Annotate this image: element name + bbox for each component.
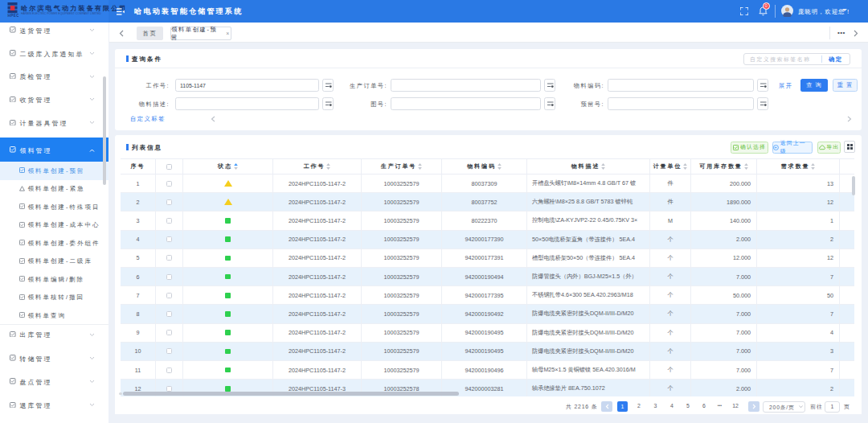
svg-text:HPEC: HPEC (8, 14, 19, 18)
